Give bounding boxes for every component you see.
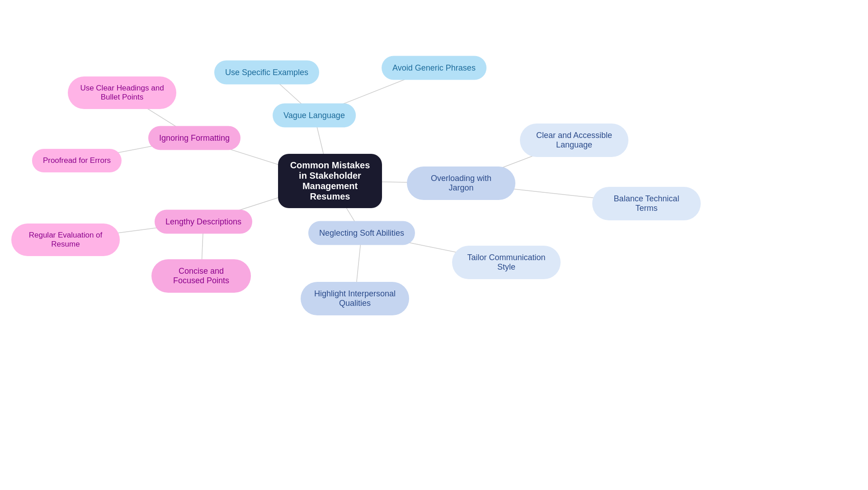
node-regular-evaluation[interactable]: Regular Evaluation of Resume bbox=[11, 224, 120, 256]
node-clear-accessible[interactable]: Clear and Accessible Language bbox=[520, 124, 628, 157]
node-use-clear-headings[interactable]: Use Clear Headings and Bullet Points bbox=[68, 76, 176, 109]
node-overloading-jargon[interactable]: Overloading with Jargon bbox=[407, 167, 515, 200]
mind-map-container: Common Mistakes in Stakeholder Managemen… bbox=[0, 0, 868, 490]
node-tailor-communication[interactable]: Tailor Communication Style bbox=[452, 246, 561, 279]
node-balance-technical[interactable]: Balance Technical Terms bbox=[592, 187, 701, 220]
node-proofread-errors[interactable]: Proofread for Errors bbox=[32, 149, 122, 172]
node-lengthy-descriptions[interactable]: Lengthy Descriptions bbox=[155, 210, 252, 234]
node-neglecting-soft[interactable]: Neglecting Soft Abilities bbox=[308, 221, 415, 245]
node-ignoring-formatting[interactable]: Ignoring Formatting bbox=[148, 126, 241, 150]
node-use-specific-examples[interactable]: Use Specific Examples bbox=[214, 61, 319, 85]
node-avoid-generic-phrases[interactable]: Avoid Generic Phrases bbox=[382, 56, 486, 80]
node-concise-focused[interactable]: Concise and Focused Points bbox=[151, 259, 251, 293]
node-highlight-interpersonal[interactable]: Highlight Interpersonal Qualities bbox=[301, 282, 409, 315]
center-node[interactable]: Common Mistakes in Stakeholder Managemen… bbox=[278, 154, 382, 208]
node-vague-language[interactable]: Vague Language bbox=[273, 104, 356, 128]
